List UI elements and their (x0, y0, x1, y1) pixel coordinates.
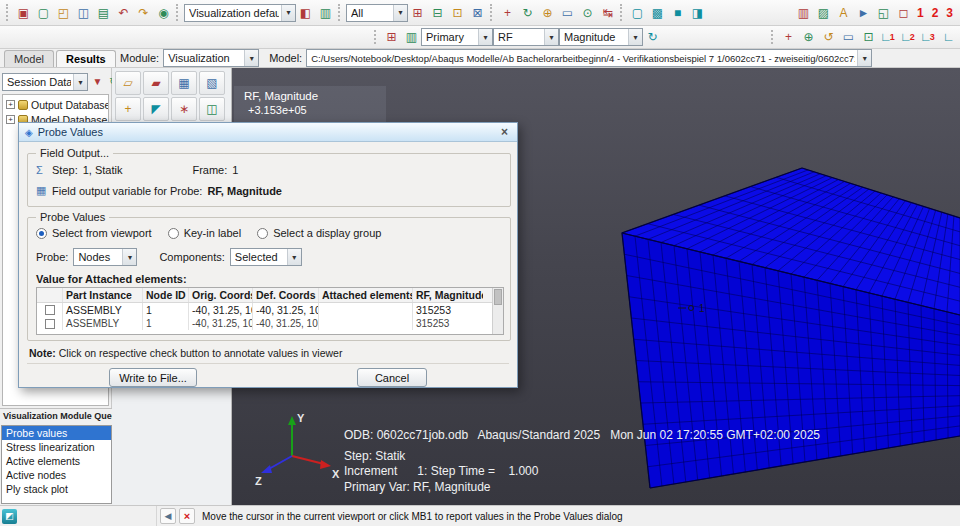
model-path-combo[interactable]: C:/Users/Notebook/Desktop/Abaqus Modelle… (306, 49, 872, 67)
probe-type-combo[interactable]: Nodes (73, 248, 137, 266)
query-item-active-elements[interactable]: Active elements (2, 454, 111, 468)
rotate-view-icon[interactable]: ↻ (518, 3, 537, 22)
components-combo[interactable]: Selected (230, 248, 302, 266)
box-zoom-icon[interactable]: ▭ (558, 3, 577, 22)
annotate-checkbox[interactable] (45, 305, 55, 315)
tab-results[interactable]: Results (56, 50, 116, 67)
shaded-render-icon[interactable]: ■ (668, 3, 687, 22)
chevron-down-icon[interactable] (287, 249, 301, 265)
apply-view-1-icon[interactable]: ∟1 (878, 28, 897, 47)
field-output-group-label[interactable]: Field Output... (36, 147, 113, 159)
viewport-layers-icon[interactable]: ◩ (2, 509, 17, 524)
pan-view-icon[interactable]: + (498, 3, 517, 22)
magnify-view-icon[interactable]: ⊕ (538, 3, 557, 22)
toolbar-drag-handle[interactable] (620, 4, 625, 21)
query-item-active-nodes[interactable]: Active nodes (2, 468, 111, 482)
table-scrollbar[interactable] (492, 288, 503, 334)
auto-fit-view-icon[interactable]: ⊙ (578, 3, 597, 22)
remove-display-group-icon[interactable]: ⊠ (468, 3, 487, 22)
close-icon[interactable]: × (498, 125, 511, 139)
radio-select-display-group[interactable] (257, 228, 268, 239)
tree-filter-icon[interactable]: ▼ (90, 75, 105, 90)
toolbar-drag-handle[interactable] (176, 4, 181, 21)
cursor-select-icon[interactable]: ► (854, 3, 873, 22)
chevron-down-icon[interactable] (281, 5, 295, 21)
tile-windows-icon[interactable]: ◱ (874, 3, 893, 22)
apply-field-output-icon[interactable]: ↻ (643, 28, 662, 47)
chevron-down-icon[interactable] (628, 29, 642, 45)
expand-icon[interactable] (6, 115, 15, 124)
maximize-viewport-icon[interactable]: ◻ (894, 3, 913, 22)
table-row[interactable]: ASSEMBLY 1 -40, 31.25, 1000 -40, 31.25, … (37, 317, 503, 330)
chevron-down-icon[interactable] (857, 50, 871, 66)
module-combo[interactable]: Visualization (163, 49, 259, 67)
plot-deformed-icon[interactable]: ▰ (143, 71, 169, 95)
field-component-combo[interactable]: Magnitude (559, 28, 643, 46)
new-session-icon[interactable]: ▢ (34, 3, 53, 22)
superimpose-options-icon[interactable]: ◫ (199, 97, 225, 121)
apply-view-2-icon[interactable]: ∟2 (898, 28, 917, 47)
radio-key-in-label[interactable] (168, 228, 179, 239)
view-box-icon[interactable]: ▭ (839, 28, 858, 47)
redo-icon[interactable]: ↷ (134, 3, 153, 22)
expand-icon[interactable] (6, 100, 15, 109)
dynamic-rotate-icon[interactable]: ↺ (819, 28, 838, 47)
annotate-checkbox[interactable] (45, 319, 55, 329)
dialog-titlebar[interactable]: ◈ Probe Values × (19, 123, 517, 142)
plot-material-orientations-icon[interactable]: ◤ (143, 97, 169, 121)
color-code-icon[interactable]: ▥ (794, 3, 813, 22)
annotation-icon[interactable]: A (834, 3, 853, 22)
replace-display-group-icon[interactable]: ⊡ (448, 3, 467, 22)
query-item-ply-stack-plot[interactable]: Ply stack plot (2, 482, 111, 496)
field-position-combo[interactable]: Primary (421, 28, 493, 46)
undo-icon[interactable]: ↶ (114, 3, 133, 22)
viewport-manager-icon[interactable]: ▣ (14, 3, 33, 22)
radio-select-from-viewport[interactable] (36, 228, 47, 239)
hidden-line-render-icon[interactable]: ▩ (648, 3, 667, 22)
toolbar-drag-handle[interactable] (338, 4, 343, 21)
save-session-icon[interactable]: ◫ (74, 3, 93, 22)
prompt-cancel-icon[interactable]: × (179, 508, 195, 524)
viewport-number-3[interactable]: 3 (942, 6, 957, 20)
write-to-file-button[interactable]: Write to File... (109, 368, 197, 387)
radio-select-from-viewport-label[interactable]: Select from viewport (52, 227, 152, 239)
query-information-icon[interactable]: ◉ (154, 3, 173, 22)
visualization-defaults-combo[interactable]: Visualization defaults (184, 4, 296, 22)
prompt-arrow-icon[interactable]: ◀ (160, 508, 176, 524)
cycle-views-icon[interactable]: ↹ (598, 3, 617, 22)
field-variable-combo[interactable]: RF (493, 28, 559, 46)
edit-display-group-icon[interactable]: ⊟ (428, 3, 447, 22)
table-row[interactable]: ASSEMBLY 1 -40, 31.25, 10( -40, 31.25, 1… (37, 303, 503, 317)
wireframe-render-icon[interactable]: ▢ (628, 3, 647, 22)
fit-all-icon[interactable]: ⊡ (859, 28, 878, 47)
toolbar-drag-handle[interactable] (490, 4, 495, 21)
chevron-down-icon[interactable] (544, 29, 558, 45)
section-points-icon[interactable]: ▥ (402, 28, 421, 47)
plot-symbols-icon[interactable]: + (115, 97, 141, 121)
filled-render-icon[interactable]: ◨ (688, 3, 707, 22)
plot-options-icon[interactable]: ▨ (814, 3, 833, 22)
open-file-icon[interactable]: ◰ (54, 3, 73, 22)
zoom-icon[interactable]: ⊕ (799, 28, 818, 47)
radio-select-display-group-label[interactable]: Select a display group (273, 227, 381, 239)
apply-custom-view-icon[interactable]: ∟ (938, 28, 957, 47)
common-plot-options-icon[interactable]: ∗ (171, 97, 197, 121)
query-item-probe-values[interactable]: Probe values (2, 426, 111, 440)
tab-model[interactable]: Model (4, 50, 54, 67)
plot-undeformed-icon[interactable]: ▱ (115, 71, 141, 95)
chevron-down-icon[interactable] (393, 5, 407, 21)
tree-item-output-databases[interactable]: Output Databases (1) (3, 97, 108, 112)
chevron-down-icon[interactable] (478, 29, 492, 45)
print-icon[interactable]: ▤ (94, 3, 113, 22)
chevron-down-icon[interactable] (122, 249, 136, 265)
apply-defaults-icon[interactable]: ◧ (296, 3, 315, 22)
viewport-number-2[interactable]: 2 (928, 6, 943, 20)
viewport-number-1[interactable]: 1 (913, 6, 928, 20)
radio-key-in-label-label[interactable]: Key-in label (184, 227, 241, 239)
cancel-button[interactable]: Cancel (357, 368, 427, 387)
chevron-down-icon[interactable] (73, 74, 87, 90)
toolbar-drag-handle[interactable] (374, 30, 379, 44)
apply-view-3-icon[interactable]: ∟3 (918, 28, 937, 47)
defaults-options-icon[interactable]: ▥ (316, 3, 335, 22)
plot-contours-icon[interactable]: ▦ (171, 71, 197, 95)
